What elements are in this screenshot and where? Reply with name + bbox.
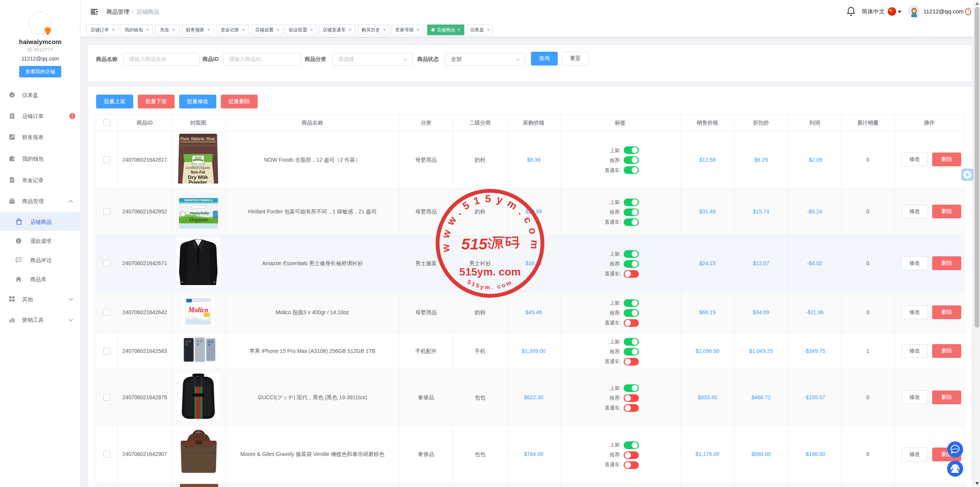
svg-text:515ym. com: 515ym. com <box>466 278 513 290</box>
svg-text:Non-Fat: Non-Fat <box>191 170 205 174</box>
svg-text:515: 515 <box>461 235 488 253</box>
svg-text:SENSITIVE FORMULA: SENSITIVE FORMULA <box>185 199 213 202</box>
svg-text:Organic: Organic <box>189 217 208 223</box>
svg-text:Powder: Powder <box>189 179 208 184</box>
svg-text:Happybaby: Happybaby <box>189 211 209 215</box>
svg-text:NOW: NOW <box>195 156 202 159</box>
svg-text:Certified Organic: Certified Organic <box>186 166 211 170</box>
svg-text:515ym. com: 515ym. com <box>459 266 521 278</box>
svg-text:REAL FOOD: REAL FOOD <box>193 163 204 165</box>
svg-text:Pure, Natural, Real.: Pure, Natural, Real. <box>180 136 216 141</box>
